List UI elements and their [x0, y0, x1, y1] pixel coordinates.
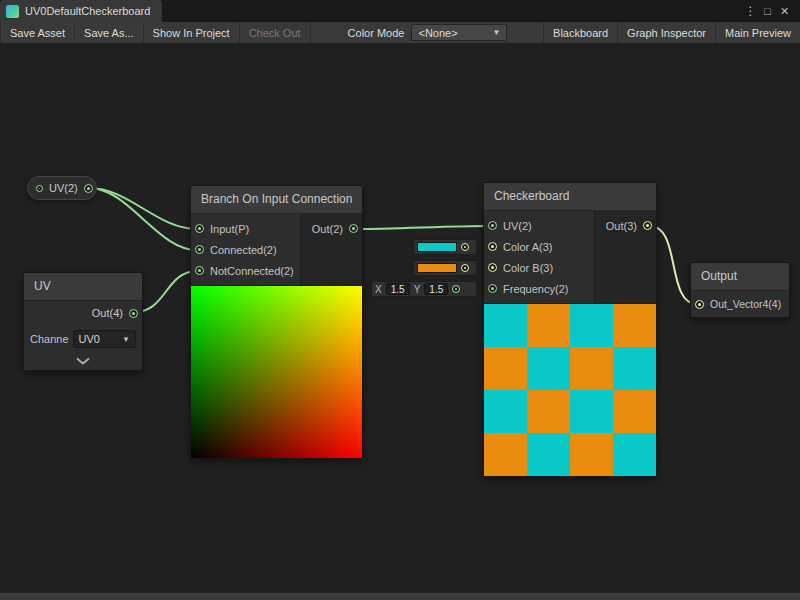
- port-row-connected: Connected(2): [191, 239, 300, 260]
- uv-channel-dropdown[interactable]: UV0 ▼: [73, 330, 136, 348]
- chevron-down-icon: ▼: [122, 335, 130, 344]
- status-strip: [0, 592, 800, 600]
- uv-pill-label: UV(2): [49, 182, 78, 194]
- checkerboard-outputs: Out(3): [594, 211, 656, 303]
- toolbar-gap: [311, 22, 341, 43]
- close-icon[interactable]: ✕: [776, 0, 793, 22]
- frequency-x-input[interactable]: 1.5: [386, 283, 410, 295]
- graph-toolbar: Save Asset Save As... Show In Project Ch…: [0, 22, 800, 44]
- checkerboard-color-b-label: Color B(3): [503, 262, 553, 274]
- port-row-checkerboard-out: Out(3): [595, 215, 656, 236]
- port-row-branch-out: Out(2): [301, 218, 362, 239]
- blackboard-toggle-button[interactable]: Blackboard: [543, 22, 617, 43]
- port-row-input: Input(P): [191, 218, 300, 239]
- save-as-button[interactable]: Save As...: [75, 22, 144, 43]
- port-row-frequency: Frequency(2): [484, 278, 594, 299]
- node-branch-title[interactable]: Branch On Input Connection: [191, 186, 362, 214]
- port-row-uv-out: Out(4): [24, 301, 142, 325]
- node-output-title[interactable]: Output: [691, 263, 789, 291]
- checkerboard-out-label: Out(3): [606, 220, 637, 232]
- node-output[interactable]: Output Out_Vector4(4): [690, 262, 790, 318]
- graph-inspector-toggle-button[interactable]: Graph Inspector: [617, 22, 715, 43]
- port-row-color-b: Color B(3): [484, 257, 594, 278]
- output-port-label: Out_Vector4(4): [710, 298, 781, 310]
- shader-graph-icon: [6, 5, 19, 18]
- checkerboard-color-a-label: Color A(3): [503, 241, 553, 253]
- uv-out-label: Out(4): [92, 307, 123, 319]
- save-asset-button[interactable]: Save Asset: [0, 22, 75, 43]
- toolbar-spacer: [507, 22, 543, 43]
- checkerboard-frequency-label: Frequency(2): [503, 283, 568, 295]
- uv-pill-output-port[interactable]: [84, 184, 93, 193]
- branch-uv-preview: [191, 285, 362, 458]
- node-uv-title[interactable]: UV: [24, 273, 142, 301]
- uv-collapse-row: [24, 352, 142, 370]
- checkerboard-inputs: UV(2) Color A(3) Color B(3) Frequency(2): [484, 211, 594, 303]
- node-checkerboard-body: UV(2) Color A(3) Color B(3) Frequency(2)…: [484, 211, 656, 303]
- color-mode-dropdown[interactable]: <None> ▼: [411, 24, 507, 41]
- checkerboard-out-port[interactable]: [643, 221, 652, 230]
- port-row-uv: UV(2): [484, 215, 594, 236]
- color-b-field: [413, 260, 477, 276]
- branch-input-port[interactable]: [195, 224, 204, 233]
- color-a-swatch[interactable]: [417, 242, 457, 252]
- frequency-inline-port[interactable]: [452, 285, 460, 293]
- checkerboard-uv-port[interactable]: [488, 221, 497, 230]
- uv-out-port[interactable]: [129, 309, 138, 318]
- branch-input-label: Input(P): [210, 223, 249, 235]
- graph-tab[interactable]: UV0DefaultCheckerboard: [0, 0, 162, 22]
- branch-connected-label: Connected(2): [210, 244, 277, 256]
- port-row-output: Out_Vector4(4): [691, 291, 789, 317]
- maximize-icon[interactable]: □: [759, 0, 776, 22]
- show-in-project-button[interactable]: Show In Project: [144, 22, 240, 43]
- color-mode-label: Color Mode: [341, 22, 412, 43]
- branch-notconnected-label: NotConnected(2): [210, 265, 294, 277]
- color-b-swatch[interactable]: [417, 263, 457, 273]
- window-controls: ⋮ □ ✕: [742, 0, 800, 22]
- port-row-notconnected: NotConnected(2): [191, 260, 300, 281]
- branch-outputs: Out(2): [300, 214, 362, 285]
- node-uv-pill[interactable]: UV(2): [27, 176, 97, 200]
- collapse-preview-chevron-icon[interactable]: [75, 357, 91, 365]
- color-a-field: [413, 239, 477, 255]
- uv-channel-label: Channe: [30, 333, 69, 345]
- window-menu-icon[interactable]: ⋮: [742, 0, 759, 22]
- node-uv[interactable]: UV Out(4) Channe UV0 ▼: [23, 272, 143, 371]
- output-port[interactable]: [695, 300, 704, 309]
- node-branch[interactable]: Branch On Input Connection Input(P) Conn…: [190, 185, 363, 459]
- frequency-y-label: Y: [414, 284, 421, 295]
- checkerboard-color-a-port[interactable]: [488, 242, 497, 251]
- frequency-field: X 1.5 Y 1.5: [371, 281, 477, 297]
- branch-out-label: Out(2): [312, 223, 343, 235]
- node-branch-body: Input(P) Connected(2) NotConnected(2) Ou…: [191, 214, 362, 285]
- frequency-y-input[interactable]: 1.5: [424, 283, 448, 295]
- branch-connected-port[interactable]: [195, 245, 204, 254]
- uv-pill-dot-icon: [36, 185, 43, 192]
- check-out-button[interactable]: Check Out: [240, 22, 311, 43]
- checkerboard-frequency-port[interactable]: [488, 284, 497, 293]
- color-a-inline-port[interactable]: [461, 243, 469, 251]
- main-preview-toggle-button[interactable]: Main Preview: [715, 22, 800, 43]
- port-row-color-a: Color A(3): [484, 236, 594, 257]
- node-checkerboard-title[interactable]: Checkerboard: [484, 183, 656, 211]
- color-b-inline-port[interactable]: [461, 264, 469, 272]
- title-bar: UV0DefaultCheckerboard ⋮ □ ✕: [0, 0, 800, 22]
- frequency-x-label: X: [375, 284, 382, 295]
- branch-notconnected-port[interactable]: [195, 266, 204, 275]
- graph-tab-label: UV0DefaultCheckerboard: [25, 5, 150, 17]
- branch-inputs: Input(P) Connected(2) NotConnected(2): [191, 214, 300, 285]
- checkerboard-uv-label: UV(2): [503, 220, 532, 232]
- chevron-down-icon: ▼: [493, 28, 501, 37]
- checkerboard-preview: [484, 303, 656, 476]
- color-mode-value: <None>: [418, 27, 457, 39]
- node-checkerboard[interactable]: Checkerboard UV(2) Color A(3) Color B(3)…: [483, 182, 657, 477]
- uv-channel-row: Channe UV0 ▼: [30, 328, 136, 350]
- uv-channel-value: UV0: [79, 333, 100, 345]
- branch-out-port[interactable]: [349, 224, 358, 233]
- checkerboard-color-b-port[interactable]: [488, 263, 497, 272]
